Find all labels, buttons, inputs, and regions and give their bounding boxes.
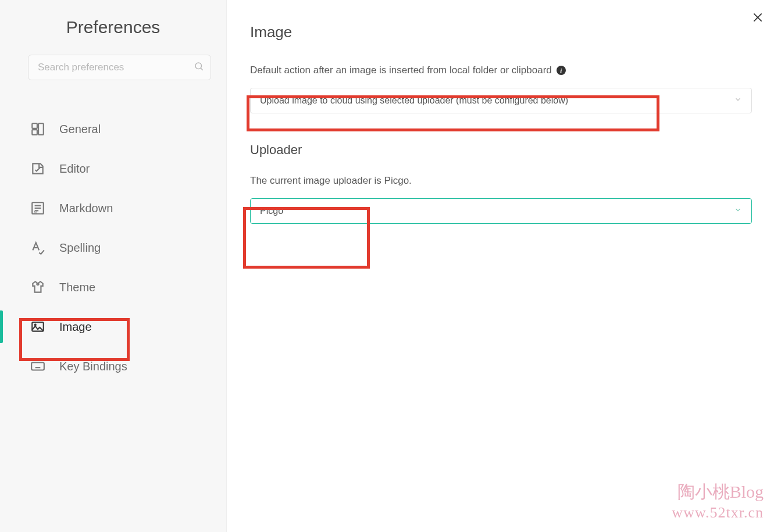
chevron-down-icon (734, 206, 742, 216)
svg-text:M: M (34, 210, 37, 214)
sidebar-item-editor[interactable]: Editor (0, 149, 226, 188)
sidebar-item-theme[interactable]: Theme (0, 267, 226, 307)
default-action-label-text: Default action after an image is inserte… (250, 65, 552, 76)
chevron-down-icon (734, 95, 742, 106)
sidebar-nav: General Editor M Markdown Spelling (0, 109, 226, 386)
markdown-icon: M (30, 201, 45, 216)
svg-point-0 (195, 63, 202, 69)
close-button[interactable] (752, 12, 764, 25)
sidebar-item-spelling[interactable]: Spelling (0, 228, 226, 267)
svg-rect-3 (38, 123, 44, 135)
sidebar-item-image[interactable]: Image (0, 307, 226, 347)
sidebar-item-label: Image (59, 320, 92, 334)
theme-icon (30, 280, 45, 295)
svg-rect-4 (32, 130, 37, 135)
sidebar-item-label: Spelling (59, 241, 101, 255)
editor-icon (30, 161, 45, 176)
sidebar-item-general[interactable]: General (0, 109, 226, 149)
svg-line-1 (201, 68, 202, 70)
keyboard-icon (30, 359, 45, 374)
spelling-icon (30, 240, 45, 255)
search-wrap (28, 55, 211, 80)
general-icon (30, 122, 45, 137)
svg-rect-2 (32, 123, 37, 128)
info-icon[interactable]: i (557, 66, 566, 75)
sidebar-item-label: Markdown (59, 202, 113, 215)
uploader-title: Uploader (250, 142, 752, 158)
sidebar-item-label: Editor (59, 162, 90, 176)
default-action-label: Default action after an image is inserte… (250, 65, 752, 76)
sidebar-item-markdown[interactable]: M Markdown (0, 188, 226, 228)
search-input[interactable] (28, 55, 211, 80)
close-icon (752, 12, 764, 23)
preferences-sidebar: Preferences General Editor (0, 0, 227, 532)
image-icon (30, 319, 45, 334)
sidebar-title: Preferences (0, 17, 226, 37)
page-title: Image (250, 23, 752, 41)
svg-rect-14 (31, 363, 44, 370)
sidebar-item-key-bindings[interactable]: Key Bindings (0, 347, 226, 386)
uploader-value: Picgo (260, 206, 283, 216)
main-panel: Image Default action after an image is i… (227, 0, 781, 532)
search-icon (194, 61, 204, 74)
default-action-select[interactable]: Upload image to cloud using selected upl… (250, 88, 752, 113)
sidebar-item-label: Key Bindings (59, 360, 127, 373)
sidebar-item-label: General (59, 123, 101, 136)
uploader-current-label: The current image uploader is Picgo. (250, 175, 752, 187)
sidebar-item-label: Theme (59, 281, 95, 294)
svg-point-13 (35, 324, 36, 326)
uploader-select[interactable]: Picgo (250, 198, 752, 224)
default-action-value: Upload image to cloud using selected upl… (260, 95, 568, 106)
